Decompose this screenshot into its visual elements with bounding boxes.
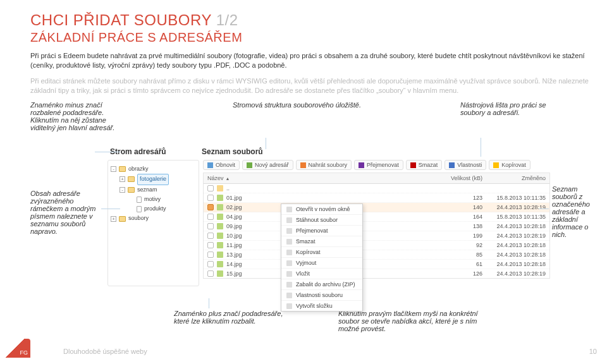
tree-item[interactable]: -seznam <box>120 185 196 195</box>
row-checkbox[interactable] <box>207 195 214 201</box>
tree-item[interactable]: produkty <box>128 204 196 214</box>
file-date: 24.4.2013 10:28:18 <box>486 260 549 269</box>
page-number: 10 <box>589 348 597 355</box>
tree-item-label: seznam <box>137 185 157 195</box>
toolbar-button[interactable]: Vlastnosti <box>445 160 486 170</box>
annotation-minus: Znaménko minus značí rozbalené podadresá… <box>30 101 125 131</box>
file-name: 02.jpg <box>226 204 242 210</box>
tree-item[interactable]: motivy <box>128 195 196 204</box>
collapse-icon[interactable]: - <box>120 187 125 193</box>
tree-item[interactable]: +soubory <box>111 214 196 223</box>
table-row[interactable]: 11.jpg9224.4.2013 10:28:18 <box>204 241 549 250</box>
row-checkbox[interactable] <box>207 185 214 191</box>
file-date: 15.8.2013 10:11:35 <box>486 212 549 221</box>
toolbar-button[interactable]: Smazat <box>406 160 443 170</box>
file-manager: Strom adresářů Seznam souborů -obrazky+f… <box>107 143 550 286</box>
toolbar-icon <box>300 162 306 168</box>
annotation-plus: Znaménko plus značí podadresáře, které l… <box>174 310 294 325</box>
context-menu-item[interactable]: Vlastnosti souboru <box>281 290 362 301</box>
annotation-toolbar: Nástrojová lišta pro práci se soubory a … <box>460 101 561 131</box>
file-size: 85 <box>442 250 486 259</box>
file-name: 14.jpg <box>226 261 242 267</box>
toolbar-button[interactable]: Kopírovat <box>489 160 530 170</box>
row-checkbox[interactable] <box>207 204 214 210</box>
col-size[interactable]: Velikost (kB) <box>442 173 486 183</box>
table-row[interactable]: 10.jpg19924.4.2013 10:28:19 <box>204 231 549 241</box>
image-file-icon <box>217 204 223 210</box>
context-menu[interactable]: Otevřít v novém okněStáhnout souborPřejm… <box>281 203 363 312</box>
collapse-icon[interactable]: - <box>111 166 116 172</box>
row-checkbox[interactable] <box>207 261 214 267</box>
menu-item-icon <box>286 239 292 245</box>
image-file-icon <box>217 261 223 267</box>
table-row[interactable]: .. <box>204 184 549 193</box>
spacer <box>128 206 134 212</box>
toolbar-button[interactable]: Nový adresář <box>242 160 293 170</box>
file-name: 15.jpg <box>226 270 242 277</box>
image-file-icon <box>217 233 223 239</box>
menu-item-label: Kopírovat <box>296 249 321 255</box>
image-file-icon <box>217 195 223 201</box>
context-menu-item[interactable]: Otevřít v novém okně <box>281 204 362 215</box>
expand-icon[interactable]: + <box>111 216 116 222</box>
image-file-icon <box>217 214 223 220</box>
menu-item-label: Vyjmout <box>296 260 316 266</box>
context-menu-item[interactable]: Zabalit do archivu (ZIP) <box>281 279 362 290</box>
table-row[interactable]: 14.jpg6124.4.2013 10:28:18 <box>204 260 549 269</box>
toolbar-label: Nahrát soubory <box>309 162 348 168</box>
toolbar-icon <box>247 162 252 168</box>
row-checkbox[interactable] <box>207 252 214 258</box>
footer-tagline: Dlouhodobě úspěšné weby <box>63 348 147 355</box>
menu-item-icon <box>286 228 292 234</box>
context-menu-item[interactable]: Vytvořit složku <box>281 301 362 311</box>
table-row[interactable]: 01.jpg12315.8.2013 10:11:35 <box>204 193 549 203</box>
toolbar-button[interactable]: Přejmenovat <box>354 160 403 170</box>
folder-icon <box>128 176 135 182</box>
folder-icon <box>128 187 135 193</box>
menu-item-label: Vložit <box>296 270 310 277</box>
tree-item-label: fotogalerie <box>137 174 169 185</box>
menu-item-label: Stáhnout soubor <box>296 217 338 223</box>
context-menu-item[interactable]: Stáhnout soubor <box>281 215 362 226</box>
file-date: 15.8.2013 10:11:35 <box>486 193 549 202</box>
tree-item-label: obrazky <box>128 164 149 174</box>
menu-item-label: Přejmenovat <box>296 228 328 234</box>
toolbar-label: Smazat <box>419 162 438 168</box>
row-checkbox[interactable] <box>207 233 214 239</box>
file-date: 24.4.2013 10:28:19 <box>486 203 549 212</box>
table-row[interactable]: 15.jpg12624.4.2013 10:28:19 <box>204 269 549 278</box>
col-name[interactable]: Název <box>207 175 224 181</box>
menu-item-icon <box>286 250 292 255</box>
folder-tree[interactable]: -obrazky+fotogalerie-seznammotivyprodukt… <box>107 160 199 286</box>
table-row[interactable]: 09.jpg13824.4.2013 10:28:18 <box>204 222 549 231</box>
table-row[interactable]: 04.jpg16415.8.2013 10:11:35 <box>204 212 549 222</box>
table-row[interactable]: 02.jpg14024.4.2013 10:28:19 <box>204 203 549 212</box>
footer-logo: FG <box>0 339 30 358</box>
toolbar-button[interactable]: Nahrát soubory <box>296 160 352 170</box>
spacer <box>128 197 134 202</box>
table-row[interactable]: 13.jpg8524.4.2013 10:28:18 <box>204 250 549 260</box>
menu-item-icon <box>286 293 292 298</box>
tree-item[interactable]: +fotogalerie <box>120 174 196 185</box>
expand-icon[interactable]: + <box>120 176 125 182</box>
row-checkbox[interactable] <box>207 214 214 220</box>
context-menu-item[interactable]: Přejmenovat <box>281 226 362 236</box>
file-name: 11.jpg <box>226 242 242 248</box>
row-checkbox[interactable] <box>207 242 214 248</box>
context-menu-item[interactable]: Vložit <box>281 269 362 279</box>
tree-item[interactable]: -obrazky <box>111 164 196 174</box>
toolbar-button[interactable]: Obnovit <box>203 160 240 170</box>
file-size: 61 <box>442 260 486 269</box>
row-checkbox[interactable] <box>207 223 214 229</box>
context-menu-item[interactable]: Vyjmout <box>281 258 362 269</box>
menu-item-icon <box>286 207 292 212</box>
context-menu-item[interactable]: Smazat <box>281 236 362 247</box>
context-menu-item[interactable]: Kopírovat <box>281 247 362 258</box>
menu-item-icon <box>286 303 292 309</box>
intro-paragraph-2: Při editaci stránek můžete soubory nahrá… <box>30 76 589 95</box>
col-date[interactable]: Změněno <box>486 173 549 183</box>
page-title: CHCI PŘIDAT SOUBORY 1/2 <box>30 11 589 29</box>
file-icon <box>137 206 142 212</box>
row-checkbox[interactable] <box>207 270 214 277</box>
image-file-icon <box>217 242 223 248</box>
